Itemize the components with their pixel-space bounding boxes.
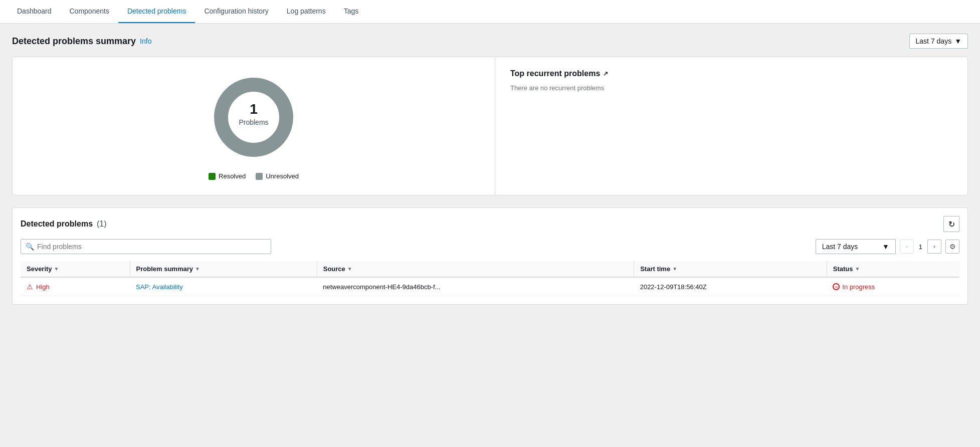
summary-left-panel: 1 Problems Resolved Unresolved [13,57,495,195]
sort-icon-severity: ▼ [54,266,59,272]
chevron-down-icon: ▼ [954,37,961,45]
col-status[interactable]: Status ▼ [827,261,959,277]
problems-title-text: Detected problems [21,219,93,228]
summary-section-header: Detected problems summary Info Last 7 da… [12,34,968,49]
search-icon: 🔍 [26,243,34,251]
tab-configuration-history[interactable]: Configuration history [195,0,277,23]
problems-time-range-dropdown[interactable]: Last 7 days ▼ [816,239,896,254]
start-time-value: 2022-12-09T18:56:40Z [640,283,707,291]
start-time-cell: 2022-12-09T18:56:40Z [634,277,827,296]
table-header: Severity ▼ Problem summary ▼ Source [21,261,959,277]
severity-value: High [36,283,50,291]
search-input[interactable] [21,239,271,254]
status-value: In progress [842,283,875,291]
problems-list-section: Detected problems (1) ↻ 🔍 Last 7 days ▼ … [12,207,968,305]
table-settings-button[interactable]: ⚙ [945,240,959,254]
sort-icon-start-time: ▼ [672,266,677,272]
svg-point-0 [221,85,286,150]
tab-log-patterns[interactable]: Log patterns [278,0,335,23]
search-box: 🔍 [21,239,271,254]
problems-list-title: Detected problems (1) [21,219,107,229]
tab-detected-problems[interactable]: Detected problems [118,0,195,23]
col-start-time-label: Start time [640,265,670,273]
in-progress-icon: – [833,283,840,290]
col-problem-summary[interactable]: Problem summary ▼ [130,261,317,277]
sort-icon-problem-summary: ▼ [195,266,200,272]
donut-svg: 1 Problems [209,72,299,162]
summary-time-range-dropdown[interactable]: Last 7 days ▼ [909,34,968,49]
legend-resolved: Resolved [209,172,246,180]
sort-icon-status: ▼ [855,266,860,272]
problem-summary-cell: SAP: Availability [130,277,317,296]
source-value: netweavercomponent-HE4-9da46bcb-f... [323,283,440,291]
problems-list-header: Detected problems (1) ↻ [21,216,959,232]
summary-title: Detected problems summary [12,36,136,47]
tab-dashboard[interactable]: Dashboard [8,0,61,23]
legend-unresolved: Unresolved [256,172,299,180]
donut-chart: 1 Problems [209,72,299,162]
page-number: 1 [916,243,925,251]
info-link[interactable]: Info [140,37,151,45]
table-body: ⚠ High SAP: Availability netweavercompon… [21,277,959,296]
warning-icon: ⚠ [27,283,33,291]
problems-time-range-label: Last 7 days [822,243,858,251]
no-recurrent-message: There are no recurrent problems [510,84,952,92]
tabs-bar: Dashboard Components Detected problems C… [0,0,980,24]
pagination-controls: ‹ 1 › [900,240,941,254]
external-link-icon[interactable]: ↗ [603,70,608,77]
refresh-icon: ↻ [948,219,955,229]
prev-page-button[interactable]: ‹ [900,240,914,254]
main-content: Detected problems summary Info Last 7 da… [0,24,980,315]
chart-legend: Resolved Unresolved [209,172,299,180]
summary-time-range-label: Last 7 days [916,37,952,45]
summary-card: 1 Problems Resolved Unresolved Top recur… [12,57,968,195]
table-row: ⚠ High SAP: Availability netweavercompon… [21,277,959,296]
resolved-color-dot [209,173,216,180]
col-source-label: Source [323,265,345,273]
resolved-label: Resolved [219,172,246,180]
problems-table: Severity ▼ Problem summary ▼ Source [21,261,959,296]
filter-row: 🔍 Last 7 days ▼ ‹ 1 › ⚙ [21,239,959,254]
problem-summary-link[interactable]: SAP: Availability [136,283,183,291]
recurrent-problems-title: Top recurrent problems ↗ [510,69,952,78]
status-cell: – In progress [827,277,959,296]
col-problem-summary-label: Problem summary [136,265,193,273]
refresh-button[interactable]: ↻ [943,216,959,232]
next-page-button[interactable]: › [927,240,941,254]
unresolved-label: Unresolved [266,172,299,180]
col-start-time[interactable]: Start time ▼ [634,261,827,277]
col-severity[interactable]: Severity ▼ [21,261,130,277]
right-controls: Last 7 days ▼ ‹ 1 › ⚙ [816,239,959,254]
svg-text:1: 1 [250,101,258,117]
source-cell: netweavercomponent-HE4-9da46bcb-f... [317,277,634,296]
recurrent-title-text: Top recurrent problems [510,69,600,78]
severity-cell: ⚠ High [21,277,130,296]
tab-tags[interactable]: Tags [335,0,368,23]
chevron-down-icon-2: ▼ [882,243,889,251]
col-severity-label: Severity [27,265,52,273]
summary-title-group: Detected problems summary Info [12,36,151,47]
problems-count-badge: (1) [97,219,107,228]
unresolved-color-dot [256,173,263,180]
col-status-label: Status [833,265,853,273]
summary-right-panel: Top recurrent problems ↗ There are no re… [495,57,967,195]
tab-components[interactable]: Components [61,0,118,23]
svg-text:Problems: Problems [239,118,268,126]
gear-icon: ⚙ [949,243,956,251]
sort-icon-source: ▼ [347,266,352,272]
col-source[interactable]: Source ▼ [317,261,634,277]
